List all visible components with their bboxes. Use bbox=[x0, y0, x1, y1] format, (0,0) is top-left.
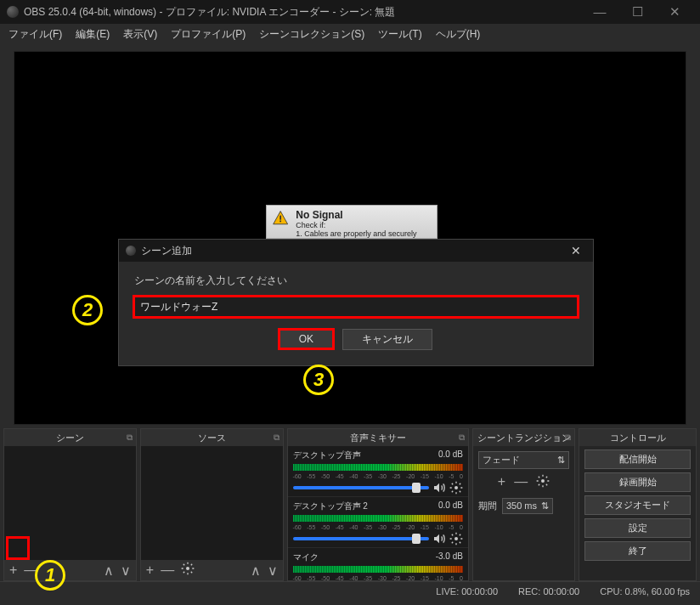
status-cpu: CPU: 0.8%, 60.00 fps bbox=[600, 586, 690, 597]
transition-panel: シーントランジション⧉ フェード⇅ + — 期間 350 ms⇅ bbox=[472, 428, 575, 581]
ok-button[interactable]: OK bbox=[279, 330, 333, 348]
mixer-ch2-meter bbox=[293, 515, 463, 522]
no-signal-title: No Signal bbox=[296, 209, 432, 221]
speaker-icon[interactable] bbox=[432, 481, 446, 495]
window-titlebar: OBS 25.0.4 (64-bit, windows) - プロファイル: N… bbox=[0, 0, 700, 24]
scenes-add-button[interactable]: + bbox=[9, 563, 17, 578]
transition-remove-button[interactable]: — bbox=[514, 474, 528, 491]
chevron-updown-icon: ⇅ bbox=[557, 455, 565, 466]
mixer-ch3-db: -3.0 dB bbox=[436, 551, 463, 563]
mixer-panel: 音声ミキサー⧉ デスクトップ音声0.0 dB -60-55-50-45-40-3… bbox=[287, 428, 469, 581]
controls-title: コントロール bbox=[610, 432, 666, 444]
scenes-title: シーン bbox=[56, 432, 84, 444]
mixer-ch1-meter bbox=[293, 464, 463, 471]
sources-remove-button[interactable]: — bbox=[161, 563, 174, 578]
scenes-panel: シーン⧉ + — ∧ ∨ 1 bbox=[3, 428, 137, 581]
mixer-ch2-slider[interactable] bbox=[293, 537, 429, 540]
annotation-1: 1 bbox=[35, 560, 65, 591]
sources-down-button[interactable]: ∨ bbox=[268, 563, 278, 579]
scene-name-input[interactable] bbox=[134, 297, 578, 317]
svg-point-4 bbox=[454, 537, 458, 540]
scenes-down-button[interactable]: ∨ bbox=[121, 563, 131, 579]
gear-icon[interactable] bbox=[449, 481, 463, 495]
mixer-ch3-meter bbox=[293, 566, 463, 573]
mixer-ticks: -60-55-50-45-40-35-30-25-20-15-10-50 bbox=[293, 473, 463, 479]
studio-mode-button[interactable]: スタジオモード bbox=[584, 495, 691, 515]
svg-rect-1 bbox=[279, 221, 281, 223]
menu-view[interactable]: 表示(V) bbox=[118, 25, 162, 43]
status-rec: REC: 00:00:00 bbox=[518, 586, 579, 597]
maximize-button[interactable]: ☐ bbox=[618, 0, 656, 24]
svg-point-5 bbox=[541, 479, 545, 483]
menu-tools[interactable]: ツール(T) bbox=[373, 25, 426, 43]
sources-up-button[interactable]: ∧ bbox=[251, 563, 261, 579]
sources-list[interactable] bbox=[141, 446, 283, 560]
transition-duration-input[interactable]: 350 ms⇅ bbox=[502, 498, 553, 514]
mixer-ch3-name: マイク bbox=[293, 551, 319, 563]
menu-edit[interactable]: 編集(E) bbox=[71, 25, 115, 43]
chevron-updown-icon: ⇅ bbox=[541, 500, 549, 512]
gear-icon[interactable] bbox=[449, 532, 463, 546]
mixer-ch2-name: デスクトップ音声 2 bbox=[293, 500, 368, 512]
mixer-body: デスクトップ音声0.0 dB -60-55-50-45-40-35-30-25-… bbox=[288, 446, 468, 580]
mixer-channel-1: デスクトップ音声0.0 dB -60-55-50-45-40-35-30-25-… bbox=[288, 446, 468, 497]
exit-button[interactable]: 終了 bbox=[584, 541, 691, 561]
scenes-popout-icon[interactable]: ⧉ bbox=[127, 433, 133, 443]
transition-popout-icon[interactable]: ⧉ bbox=[565, 433, 571, 443]
transition-select[interactable]: フェード⇅ bbox=[478, 451, 569, 469]
mixer-ch1-slider[interactable] bbox=[293, 486, 429, 489]
controls-panel: コントロール 配信開始 録画開始 スタジオモード 設定 終了 bbox=[579, 428, 697, 581]
dialog-titlebar[interactable]: シーン追加 ✕ bbox=[119, 240, 593, 262]
window-title: OBS 25.0.4 (64-bit, windows) - プロファイル: N… bbox=[24, 5, 581, 20]
preview-canvas[interactable]: No Signal Check if: 1. Cables are proper… bbox=[14, 51, 686, 425]
transition-add-button[interactable]: + bbox=[498, 474, 505, 491]
menu-scene-collection[interactable]: シーンコレクション(S) bbox=[254, 25, 370, 43]
mixer-ch1-name: デスクトップ音声 bbox=[293, 450, 361, 461]
warning-icon bbox=[272, 209, 289, 228]
status-live: LIVE: 00:00:00 bbox=[436, 586, 498, 597]
cancel-button[interactable]: キャンセル bbox=[342, 329, 432, 350]
annotation-2: 2 bbox=[72, 295, 103, 325]
mixer-ticks: -60-55-50-45-40-35-30-25-20-15-10-50 bbox=[293, 524, 463, 530]
no-signal-check: Check if: bbox=[296, 221, 432, 229]
add-scene-dialog: シーン追加 ✕ シーンの名前を入力してください OK キャンセル bbox=[118, 239, 594, 366]
mixer-popout-icon[interactable]: ⧉ bbox=[459, 433, 465, 443]
start-record-button[interactable]: 録画開始 bbox=[584, 472, 691, 492]
transition-title: シーントランジション bbox=[477, 432, 571, 444]
menu-profile[interactable]: プロファイル(P) bbox=[166, 25, 251, 43]
annotation-3: 3 bbox=[303, 365, 334, 395]
transition-settings-button[interactable] bbox=[536, 474, 550, 491]
dialog-close-button[interactable]: ✕ bbox=[566, 244, 586, 257]
sources-add-button[interactable]: + bbox=[146, 563, 154, 578]
no-signal-card: No Signal Check if: 1. Cables are proper… bbox=[266, 205, 438, 239]
mixer-channel-2: デスクトップ音声 20.0 dB -60-55-50-45-40-35-30-2… bbox=[288, 497, 468, 548]
obs-logo-icon bbox=[7, 6, 19, 18]
speaker-icon[interactable] bbox=[432, 532, 446, 546]
transition-duration-label: 期間 bbox=[478, 500, 497, 512]
mixer-ch2-db: 0.0 dB bbox=[438, 500, 463, 512]
sources-popout-icon[interactable]: ⧉ bbox=[274, 433, 279, 443]
close-button[interactable]: ✕ bbox=[656, 0, 693, 24]
sources-settings-button[interactable] bbox=[181, 562, 195, 579]
svg-rect-0 bbox=[279, 216, 281, 220]
mixer-channel-3: マイク-3.0 dB -60-55-50-45-40-35-30-25-20-1… bbox=[288, 548, 468, 580]
obs-logo-icon bbox=[126, 246, 136, 256]
minimize-button[interactable]: — bbox=[581, 0, 618, 24]
status-bar: LIVE: 00:00:00 REC: 00:00:00 CPU: 0.8%, … bbox=[0, 581, 700, 600]
sources-title: ソース bbox=[198, 432, 226, 444]
scenes-up-button[interactable]: ∧ bbox=[104, 563, 114, 579]
menu-bar: ファイル(F) 編集(E) 表示(V) プロファイル(P) シーンコレクション(… bbox=[0, 24, 700, 44]
svg-point-3 bbox=[454, 486, 458, 489]
svg-point-2 bbox=[186, 567, 189, 570]
mixer-ticks: -60-55-50-45-40-35-30-25-20-15-10-50 bbox=[293, 575, 463, 580]
scenes-list[interactable] bbox=[4, 446, 136, 560]
dialog-title: シーン追加 bbox=[141, 244, 566, 258]
sources-panel: ソース⧉ + — ∧ ∨ bbox=[140, 428, 284, 581]
menu-help[interactable]: ヘルプ(H) bbox=[431, 25, 486, 43]
mixer-title: 音声ミキサー bbox=[350, 432, 406, 444]
start-stream-button[interactable]: 配信開始 bbox=[584, 450, 691, 469]
mixer-ch1-db: 0.0 dB bbox=[438, 450, 463, 461]
settings-button[interactable]: 設定 bbox=[584, 518, 691, 538]
dock-panels: シーン⧉ + — ∧ ∨ 1 ソース⧉ + — ∧ ∨ 音声ミキサー⧉ デスクト… bbox=[0, 428, 700, 581]
menu-file[interactable]: ファイル(F) bbox=[3, 25, 67, 43]
